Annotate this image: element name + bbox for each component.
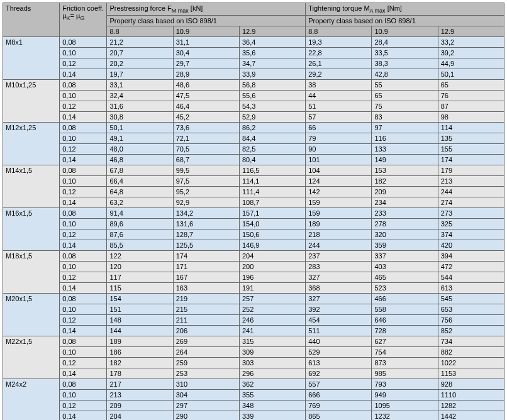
force-cell: 174 [173,251,239,262]
torque-cell: 403 [372,262,438,272]
torque-cell: 278 [372,219,438,229]
force-cell: 348 [239,401,305,411]
force-cell: 257 [239,294,305,304]
col-torque: Tightening torque MA max [Nm] [306,3,504,16]
thread-cell: M12x1,25 [3,123,60,165]
force-cell: 120 [107,262,173,272]
torque-cell: 104 [306,165,372,176]
friction-cell: 0,12 [60,401,107,411]
torque-cell: 19,3 [306,37,372,48]
friction-cell: 0,12 [60,229,107,240]
torque-cell: 613 [306,358,372,368]
force-cell: 128,7 [173,229,239,240]
torque-cell: 337 [372,251,438,262]
force-cell: 33,1 [107,80,173,91]
torque-cell: 392 [306,304,372,315]
friction-cell: 0,08 [60,336,107,347]
torque-cell: 1153 [438,368,504,379]
force-cell: 31,1 [173,37,239,48]
force-cell: 189 [107,336,173,347]
torque-cell: 359 [372,240,438,251]
torque-cell: 133 [372,144,438,155]
torque-cell: 44 [306,91,372,101]
table-row: 0,1220929734876910951282 [3,401,504,411]
torque-cell: 76 [438,91,504,101]
table-row: 0,1089,6131,6154,0189278325 [3,219,504,229]
force-cell: 144 [107,326,173,336]
force-cell: 259 [173,358,239,368]
force-cell: 125,5 [173,240,239,251]
torque-cell: 882 [438,347,504,358]
force-cell: 36,4 [239,37,305,48]
table-row: 0,1264,895,2111,4142209244 [3,187,504,197]
table-row: 0,12117167196327465544 [3,272,504,283]
table-row: 0,121822593036138731022 [3,358,504,368]
torque-cell: 38,3 [372,58,438,69]
torque-cell: 209 [372,187,438,197]
table-row: 0,1020,730,435,622,833,539,2 [3,48,504,58]
force-cell: 309 [239,347,305,358]
table-row: M24x20,08217310362557793928 [3,379,504,390]
force-cell: 31,6 [107,101,173,112]
friction-cell: 0,08 [60,208,107,219]
torque-cell: 793 [372,379,438,390]
torque-cell: 865 [306,411,372,420]
force-cell: 68,7 [173,155,239,165]
friction-cell: 0,12 [60,144,107,155]
force-cell: 54,3 [239,101,305,112]
torque-cell: 159 [306,208,372,219]
torque-cell: 666 [306,390,372,401]
force-cell: 48,6 [173,80,239,91]
torque-cell: 39,2 [438,48,504,58]
col-force: Prestressing force FM max [kN] [107,3,306,16]
torque-cell: 754 [372,347,438,358]
force-cell: 151 [107,304,173,315]
torque-cell: 218 [306,229,372,240]
table-row: 0,10151215252392558653 [3,304,504,315]
torque-cell: 65 [372,91,438,101]
table-row: M12x1,250,0850,173,686,26697114 [3,123,504,133]
table-row: 0,1287,6128,7150,6218320374 [3,229,504,240]
table-row: 0,10186264309529754882 [3,347,504,358]
friction-cell: 0,08 [60,294,107,304]
torque-cell: 159 [306,197,372,208]
torque-cell: 728 [372,326,438,336]
force-cell: 108,7 [239,197,305,208]
table-row: M10x1,250,0833,148,656,8385565 [3,80,504,91]
torque-cell: 50,1 [438,69,504,80]
torque-cell: 149 [372,155,438,165]
col-friction: Friction coeff.µK= µG [60,3,107,37]
torque-cell: 734 [438,336,504,347]
force-cell: 116,5 [239,165,305,176]
col-propclass-torque: Property class based on ISO 898/1 [306,16,504,26]
torque-cell: 454 [306,315,372,326]
torque-cell: 33,2 [438,37,504,48]
force-cell: 296 [239,368,305,379]
friction-cell: 0,08 [60,251,107,262]
force-cell: 148 [107,315,173,326]
col-torque-129: 12.9 [438,26,504,37]
force-cell: 85,5 [107,240,173,251]
torque-cell: 873 [372,358,438,368]
force-cell: 206 [173,326,239,336]
torque-cell: 274 [438,197,504,208]
torque-cell: 852 [438,326,504,336]
force-cell: 315 [239,336,305,347]
force-cell: 157,1 [239,208,305,219]
table-row: M16x1,50,0891,4134,2157,1159233273 [3,208,504,219]
table-row: 0,1430,845,252,9578398 [3,112,504,123]
torque-cell: 29,2 [306,69,372,80]
table-row: 0,1066,497,5114,1124182213 [3,176,504,187]
torque-cell: 38 [306,80,372,91]
force-cell: 196 [239,272,305,283]
friction-cell: 0,12 [60,101,107,112]
force-cell: 46,8 [107,155,173,165]
force-cell: 191 [239,283,305,294]
force-cell: 297 [173,401,239,411]
force-cell: 264 [173,347,239,358]
thread-cell: M14x1,5 [3,165,60,208]
force-cell: 310 [173,379,239,390]
table-row: 0,1420429033986512321442 [3,411,504,420]
torque-cell: 233 [372,208,438,219]
torque-cell: 472 [438,262,504,272]
